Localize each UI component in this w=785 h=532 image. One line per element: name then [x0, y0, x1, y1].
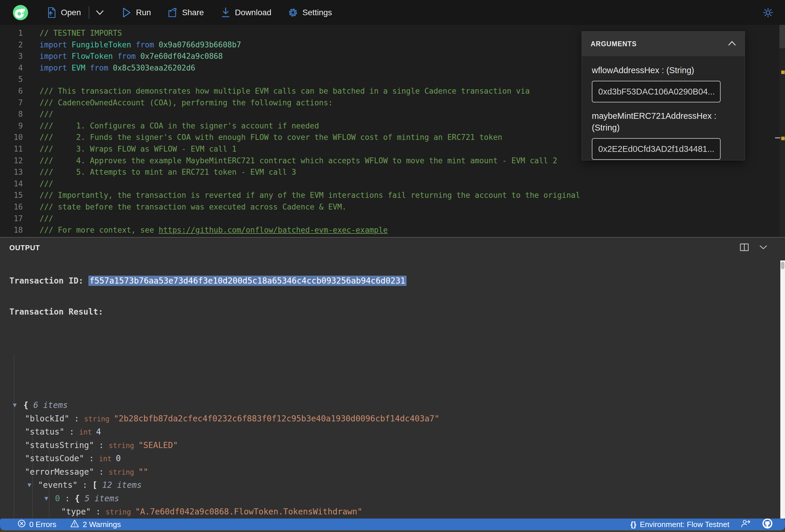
open-label: Open: [61, 8, 81, 17]
transaction-id-value: f557a1573b76aa53e73d46f3e10d200d5c18a653…: [88, 276, 407, 286]
errors-status[interactable]: 0 Errors: [18, 520, 56, 530]
json-tree-row: "type" : string "A.7e60df042a9c0868.Flow…: [0, 505, 779, 518]
line-number: 9: [0, 120, 23, 132]
json-tree-row: ▼0 : { 5 items: [0, 492, 779, 505]
line-number: 10: [0, 132, 23, 144]
output-panel-header: OUTPUT: [0, 237, 785, 258]
theme-toggle-sun-icon[interactable]: [763, 7, 773, 18]
settings-button[interactable]: Settings: [288, 7, 332, 18]
json-result-tree: ▼{ 6 items"blockId" : string "2b28cbfb87…: [0, 340, 779, 518]
github-link[interactable]: [762, 518, 773, 531]
output-title: OUTPUT: [9, 244, 40, 252]
line-number: 5: [0, 74, 23, 85]
warnings-label: 2 Warnings: [82, 520, 121, 529]
warning-icon: [70, 520, 79, 530]
collapse-triangle-icon[interactable]: ▼: [27, 478, 31, 492]
argument-input-maybemint-address[interactable]: [592, 138, 720, 160]
editor-scrollbar-thumb[interactable]: [780, 25, 785, 48]
ruler-tick: [775, 137, 780, 138]
argument-label: maybeMintERC721AddressHex : (String): [592, 110, 735, 133]
share-button[interactable]: Share: [168, 7, 204, 18]
environment-status[interactable]: {} Environment: Flow Testnet: [630, 520, 729, 529]
warning-marker-icon: [781, 137, 785, 140]
toolbar-divider: [89, 6, 89, 19]
line-number: 15: [0, 189, 23, 201]
line-number: 7: [0, 97, 23, 109]
output-scrollbar[interactable]: [780, 260, 785, 518]
settings-label: Settings: [302, 8, 332, 17]
errors-label: 0 Errors: [29, 520, 56, 529]
run-label: Run: [136, 8, 151, 17]
line-number: 12: [0, 155, 23, 167]
arguments-panel: ARGUMENTS wflowAddressHex : (String) may…: [582, 31, 745, 160]
download-icon: [220, 7, 231, 18]
code-link[interactable]: https://github.com/onflow/batched-evm-ex…: [159, 226, 388, 234]
error-icon: [18, 520, 26, 530]
line-number: 11: [0, 144, 23, 155]
flow-logo-icon[interactable]: [13, 5, 28, 20]
github-icon: [762, 518, 773, 531]
editor-scrollbar[interactable]: [780, 25, 785, 237]
json-tree-row: ▼{ 6 items: [0, 399, 779, 412]
line-number: 18: [0, 224, 23, 236]
code-line: 16/// state before the transaction was e…: [0, 201, 779, 213]
status-bar: 0 Errors 2 Warnings {} Environment: Flow…: [0, 518, 785, 530]
json-tree-row: "statusCode" : int 0: [0, 452, 779, 465]
collapse-output-chevron-icon[interactable]: [759, 245, 767, 251]
environment-label: Environment: Flow Testnet: [640, 520, 729, 529]
output-content: Transaction ID: f557a1573b76aa53e73d46f3…: [0, 256, 779, 518]
arguments-panel-body: wflowAddressHex : (String) maybeMintERC7…: [582, 56, 744, 176]
code-line: 17///: [0, 213, 779, 225]
json-tree-row: "statusString" : string "SEALED": [0, 439, 779, 452]
json-tree-row: "status" : int 4: [0, 425, 779, 439]
line-number: 1: [0, 27, 23, 39]
arguments-panel-title: ARGUMENTS: [591, 40, 637, 48]
line-number: 17: [0, 213, 23, 225]
arguments-panel-header[interactable]: ARGUMENTS: [582, 32, 744, 56]
braces-icon: {}: [630, 520, 636, 529]
json-tree-row: ▼"events" : [ 12 items: [0, 478, 779, 492]
code-line: 14///: [0, 178, 779, 190]
line-number: 14: [0, 178, 23, 190]
run-button[interactable]: Run: [122, 7, 151, 18]
line-number: 3: [0, 51, 23, 62]
collapse-chevron-up-icon[interactable]: [728, 41, 736, 47]
share-icon: [168, 7, 178, 18]
open-button[interactable]: Open: [46, 7, 81, 18]
open-file-icon: [46, 7, 57, 18]
argument-input-wflow-address[interactable]: [592, 81, 720, 102]
json-tree-row: "blockId" : string "2b28cbfb87da2cfec4f0…: [0, 412, 779, 426]
code-line: 15/// Importantly, the transaction is re…: [0, 189, 779, 201]
person-feedback-icon: [741, 519, 751, 530]
warning-marker-icon: [781, 71, 785, 74]
line-number: 2: [0, 39, 23, 51]
json-tree-row: "errorMessage" : string "": [0, 465, 779, 479]
download-button[interactable]: Download: [220, 7, 272, 18]
line-number: 6: [0, 85, 23, 97]
warnings-status[interactable]: 2 Warnings: [70, 520, 121, 530]
line-number: 13: [0, 167, 23, 178]
collapse-triangle-icon[interactable]: ▼: [45, 492, 48, 505]
line-number: 16: [0, 201, 23, 213]
transaction-id-label: Transaction ID:: [9, 276, 88, 286]
line-number: 4: [0, 62, 23, 74]
argument-label: wflowAddressHex : (String): [592, 65, 735, 76]
gear-icon: [288, 7, 298, 18]
download-label: Download: [235, 8, 272, 17]
collapse-triangle-icon[interactable]: ▼: [13, 399, 17, 412]
feedback-button[interactable]: [741, 519, 751, 530]
output-panel: OUTPUT Transaction ID: f557a1573b76aa53e…: [0, 237, 785, 518]
open-dropdown-chevron-icon[interactable]: [95, 7, 105, 18]
run-play-icon: [122, 7, 132, 18]
split-view-icon[interactable]: [740, 244, 749, 252]
share-label: Share: [182, 8, 204, 17]
app-window: Open Run Share: [0, 0, 785, 530]
toolbar: Open Run Share: [0, 0, 785, 25]
output-scrollbar-thumb[interactable]: [781, 262, 784, 269]
transaction-id-line: Transaction ID: f557a1573b76aa53e73d46f3…: [0, 275, 779, 287]
code-line: 18/// For more context, see https://gith…: [0, 224, 779, 236]
transaction-result-label: Transaction Result:: [0, 306, 779, 318]
line-number: 8: [0, 108, 23, 120]
